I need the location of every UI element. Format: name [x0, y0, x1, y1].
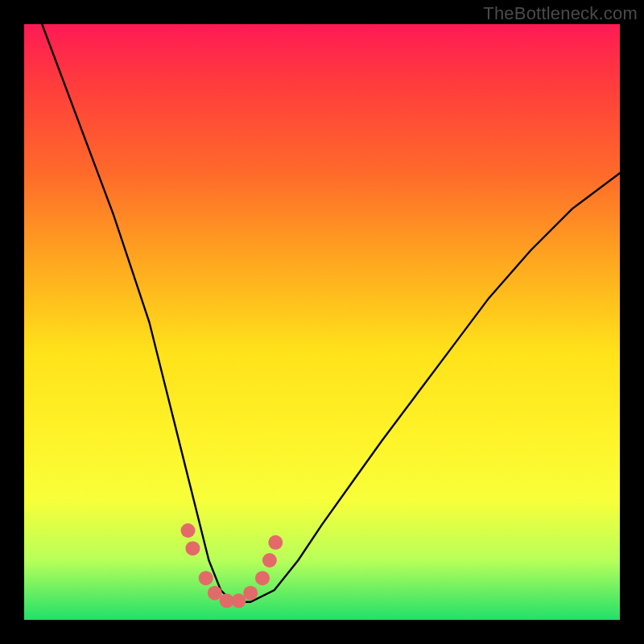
marker-point	[255, 571, 270, 585]
marker-point	[262, 553, 277, 568]
plot-area	[24, 24, 620, 620]
marker-point	[199, 571, 213, 585]
watermark-text: TheBottleneck.com	[483, 3, 638, 24]
marker-point	[185, 541, 200, 555]
chart-frame: TheBottleneck.com	[0, 0, 644, 644]
marker-point	[231, 593, 246, 608]
bottleneck-curve	[42, 24, 620, 602]
marker-point	[243, 586, 258, 601]
marker-point	[208, 586, 222, 601]
marker-point	[268, 535, 283, 550]
marker-point	[181, 523, 196, 538]
highlight-markers	[181, 523, 283, 608]
chart-svg	[24, 24, 620, 620]
